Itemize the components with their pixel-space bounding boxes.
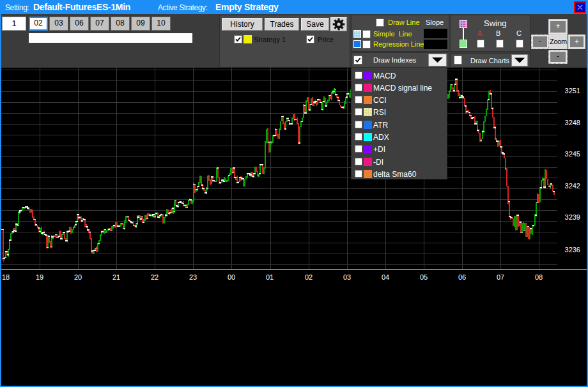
svg-text:3239: 3239 [565,213,580,221]
svg-text:08: 08 [535,273,543,281]
svg-text:20: 20 [74,273,82,281]
svg-text:18: 18 [2,273,10,281]
svg-text:04: 04 [382,273,389,281]
svg-text:06: 06 [458,273,466,281]
svg-text:23: 23 [189,273,197,281]
svg-text:00: 00 [228,273,235,281]
svg-text:03: 03 [343,273,351,281]
svg-text:3248: 3248 [565,119,580,126]
svg-text:3251: 3251 [565,87,580,95]
svg-text:01: 01 [266,273,274,281]
svg-text:07: 07 [497,273,504,281]
svg-text:Y: Y [1,257,5,264]
svg-text:19: 19 [36,273,43,281]
svg-text:05: 05 [420,273,428,281]
svg-text:21: 21 [112,273,120,281]
svg-text:22: 22 [151,273,159,281]
svg-text:3242: 3242 [565,182,580,190]
svg-text:3236: 3236 [565,246,580,254]
svg-text:02: 02 [305,273,313,281]
svg-text:3245: 3245 [565,150,580,158]
